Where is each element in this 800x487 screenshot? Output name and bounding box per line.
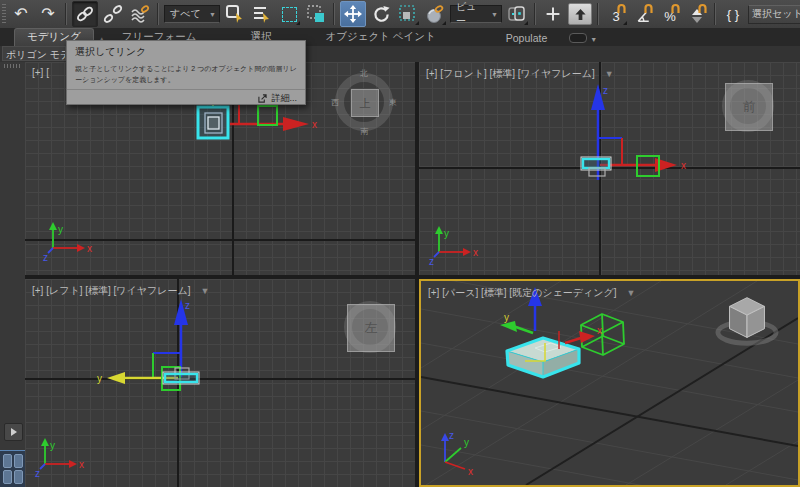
viewport-perspective-active[interactable]: [+] [パース] [標準] [既定のシェーディング] ▼	[419, 279, 800, 487]
viewport-label-text[interactable]: [+] [パース] [標準] [既定のシェーディング]	[428, 286, 617, 300]
tooltip: 選択してリンク 親と子としてリンクすることにより 2 つのオブジェクト間の階層リ…	[66, 40, 306, 105]
viewcube-face[interactable]: 左	[347, 304, 395, 352]
viewport-front[interactable]: [+] [フロント] [標準] [ワイヤフレーム] ▼ z x	[419, 62, 800, 275]
axis-z-label: z	[35, 468, 40, 479]
viewport-menu-icon[interactable]: ▼	[627, 288, 636, 298]
select-by-name-button[interactable]	[250, 2, 274, 26]
green-box-top-view[interactable]	[258, 106, 277, 125]
viewport-label-text[interactable]: [+] [フロント] [標準] [ワイヤフレーム]	[426, 67, 595, 81]
select-and-scale-button[interactable]	[396, 2, 420, 26]
compass-south[interactable]: 南	[360, 126, 368, 137]
selected-chamfer-box[interactable]	[507, 338, 579, 377]
axis-tripod: y x z	[429, 226, 478, 267]
axis-x-label: x	[597, 325, 602, 336]
toolbar-separator	[157, 3, 159, 25]
pivot-point-center-button[interactable]	[505, 2, 529, 26]
spinner-snap-toggle[interactable]	[685, 2, 709, 26]
axis-y-label: y	[464, 437, 469, 448]
viewcube-left[interactable]: 左	[338, 295, 402, 359]
compass-north[interactable]: 北	[360, 68, 368, 79]
axis-z-label: z	[429, 256, 434, 267]
axis-x-label: x	[79, 459, 84, 470]
select-and-move-button[interactable]	[340, 1, 366, 27]
axis-x-label: x	[312, 119, 317, 130]
layout-cell	[3, 454, 12, 468]
percent-snap-toggle[interactable]: %	[658, 2, 682, 26]
polygon-modeling-panel[interactable]: ポリゴン モデリ	[2, 46, 66, 61]
up-arrow-icon	[574, 8, 587, 21]
viewcube-face[interactable]: 前	[725, 83, 773, 131]
undo-icon[interactable]: ↶	[9, 2, 33, 26]
viewport-layout-tab-button[interactable]	[0, 450, 25, 487]
axis-tripod: y x z	[35, 438, 84, 479]
tab-object-paint[interactable]: オブジェクト ペイント	[313, 29, 447, 46]
pivot-icon	[507, 4, 527, 24]
axis-x-label: x	[468, 466, 473, 477]
named-selection-set-dropdown[interactable]: 選択セット名	[748, 5, 800, 24]
viewport-left[interactable]: [+] [レフト] [標準] [ワイヤフレーム] ▼ z y	[25, 279, 415, 487]
select-and-place-button[interactable]	[423, 2, 447, 26]
space-warp-icon	[130, 4, 150, 24]
axis-x-label: x	[87, 243, 92, 254]
window-crossing-toggle[interactable]	[304, 2, 328, 26]
selection-set-value: 選択セット名	[752, 7, 800, 21]
grid-axis-dark	[421, 377, 798, 446]
select-and-rotate-button[interactable]	[369, 2, 393, 26]
axis-x-label: x	[473, 247, 478, 258]
toolbar-separator	[65, 3, 67, 25]
angle-snap-toggle[interactable]	[631, 2, 655, 26]
toolbar-separator	[597, 3, 599, 25]
compass-west[interactable]: 西	[331, 97, 339, 108]
toolbar-grip[interactable]	[2, 4, 6, 24]
compass-east[interactable]: 東	[389, 97, 397, 108]
viewport-label-text[interactable]: [+] [	[32, 67, 49, 78]
axis-z-label: z	[185, 300, 190, 311]
viewcube-perspective[interactable]	[715, 287, 779, 351]
move-icon	[344, 5, 362, 23]
tooltip-more-link[interactable]: 詳細...	[271, 92, 297, 105]
strip-grip[interactable]	[4, 64, 21, 68]
edit-named-selection-sets-button[interactable]: { }	[721, 2, 745, 26]
keyboard-override-toggle[interactable]	[568, 3, 592, 25]
magnet-icon	[616, 3, 627, 14]
tab-populate[interactable]: Populate	[494, 31, 559, 46]
unlink-button[interactable]	[101, 2, 125, 26]
viewport-label-text[interactable]: [+] [レフト] [標準] [ワイヤフレーム]	[32, 284, 191, 298]
viewport-perspective-label[interactable]: [+] [パース] [標準] [既定のシェーディング] ▼	[428, 286, 635, 300]
axis-y-label: y	[58, 224, 63, 235]
window-crossing-icon	[306, 4, 326, 24]
chevron-down-icon[interactable]: ▼	[590, 36, 597, 46]
selected-box-front-view[interactable]	[581, 157, 611, 176]
select-and-link-button[interactable]	[72, 1, 98, 27]
viewcube-face[interactable]: 上	[351, 89, 379, 117]
select-and-manipulate-button[interactable]	[541, 2, 565, 26]
reference-coordinate-dropdown[interactable]: ビュー ▼	[450, 5, 502, 23]
ribbon-minimize-button[interactable]	[569, 33, 587, 43]
scene-explorer-expand-button[interactable]	[4, 423, 23, 441]
viewport-front-label[interactable]: [+] [フロント] [標準] [ワイヤフレーム] ▼	[426, 67, 614, 81]
selection-region-button[interactable]	[277, 2, 301, 26]
layout-cell	[3, 470, 12, 484]
toolbar-separator	[714, 3, 716, 25]
tooltip-title: 選択してリンク	[75, 45, 297, 59]
chevron-down-icon: ▼	[209, 11, 216, 18]
select-object-button[interactable]	[223, 2, 247, 26]
bind-to-space-warp-button[interactable]	[128, 2, 152, 26]
select-object-icon	[225, 4, 245, 24]
viewcube-top[interactable]: 北 西 東 南 上	[332, 70, 396, 134]
redo-icon[interactable]: ↷	[36, 2, 60, 26]
snap-toggle-3d-button[interactable]: 3	[604, 2, 628, 26]
move-gizmo-zy[interactable]: z y	[97, 299, 190, 384]
viewcube-front[interactable]: 前	[716, 74, 780, 138]
selection-filter-dropdown[interactable]: すべて ▼	[164, 5, 220, 23]
viewport-menu-icon[interactable]: ▼	[605, 69, 614, 79]
viewport-top-label[interactable]: [+] [	[32, 67, 49, 78]
right-triangle-icon	[11, 428, 17, 436]
magnet-icon	[643, 3, 654, 14]
left-toolbar-strip	[0, 62, 25, 487]
3dsmax-window: ↶ ↷	[0, 0, 800, 487]
viewport-left-label[interactable]: [+] [レフト] [標準] [ワイヤフレーム] ▼	[32, 284, 209, 298]
toolbar-separator	[534, 3, 536, 25]
axis-y-label: y	[50, 440, 55, 451]
viewport-menu-icon[interactable]: ▼	[201, 286, 210, 296]
